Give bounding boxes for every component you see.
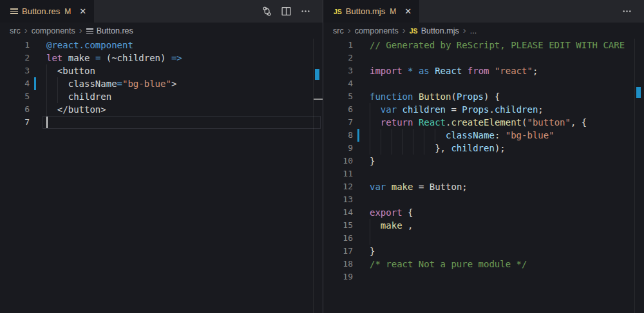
code-line[interactable]: 13 — [323, 193, 644, 206]
code-line[interactable]: 7 return React.createElement("button", { — [323, 116, 644, 129]
scrollbar-overview-ruler[interactable] — [634, 39, 644, 313]
code-line[interactable]: 6 var children = Props.children; — [323, 103, 644, 116]
line-number[interactable]: 17 — [323, 245, 353, 258]
breadcrumb: src › components › Button.res — [0, 23, 323, 39]
line-number[interactable]: 5 — [0, 90, 30, 103]
code-line[interactable]: 5 children — [0, 90, 323, 103]
code-line[interactable]: 7 — [0, 116, 323, 129]
indent-guide — [370, 116, 370, 129]
code-line[interactable]: 18/* react Not a pure module */ — [323, 258, 644, 270]
code-line[interactable]: 12var make = Button; — [323, 180, 644, 193]
rescript-file-icon — [10, 8, 18, 14]
line-number[interactable]: 7 — [323, 116, 353, 129]
chevron-right-icon: › — [348, 25, 351, 35]
code-line[interactable]: 4 className="bg-blue"> — [0, 77, 323, 90]
breadcrumb-src[interactable]: src — [333, 26, 344, 35]
code-token — [413, 66, 418, 76]
indent-guide — [413, 129, 413, 142]
line-number[interactable]: 4 — [0, 77, 30, 90]
code-line[interactable]: 6 </button> — [0, 103, 323, 116]
code-line[interactable]: 3 <button — [0, 64, 323, 77]
code-line[interactable]: 3import * as React from "react"; — [323, 64, 644, 77]
line-number[interactable]: 3 — [0, 64, 30, 77]
code-token — [397, 104, 402, 115]
indent-guide — [424, 142, 424, 155]
line-number[interactable]: 18 — [323, 258, 353, 270]
breadcrumb-components[interactable]: components — [355, 26, 399, 35]
breadcrumb-symbol-path[interactable]: ... — [470, 26, 477, 35]
code-token: let — [46, 53, 62, 63]
line-number[interactable]: 10 — [323, 155, 353, 167]
code-line[interactable]: 19 — [323, 270, 644, 283]
code-token: = — [117, 79, 122, 89]
code-line[interactable]: 1// Generated by ReScript, PLEASE EDIT W… — [323, 39, 644, 52]
gutter: 10 — [323, 155, 370, 167]
git-modified-badge: M — [64, 7, 71, 16]
breadcrumb-file[interactable]: Button.res — [86, 26, 133, 35]
line-number[interactable]: 15 — [323, 219, 353, 232]
more-actions-icon[interactable] — [298, 5, 312, 19]
code-line[interactable]: 17} — [323, 245, 644, 258]
code-token: { — [402, 207, 413, 218]
close-icon[interactable]: ✕ — [404, 7, 412, 15]
line-number[interactable]: 6 — [0, 103, 30, 116]
line-number[interactable]: 2 — [323, 52, 353, 64]
code-line[interactable]: 2let make = (~children) => — [0, 52, 323, 64]
code-token: children — [495, 104, 538, 115]
more-actions-icon[interactable] — [620, 5, 634, 19]
tab-title: Button.res — [22, 6, 60, 16]
javascript-file-icon: JS — [334, 8, 342, 15]
close-icon[interactable]: ✕ — [79, 7, 86, 15]
code-line[interactable]: 14export { — [323, 206, 644, 219]
breadcrumb-components[interactable]: components — [32, 26, 75, 35]
open-changes-icon[interactable] — [260, 5, 274, 19]
code-line[interactable]: 11 — [323, 167, 644, 180]
line-number[interactable]: 9 — [323, 142, 353, 155]
line-number[interactable]: 7 — [0, 116, 30, 129]
line-number[interactable]: 6 — [323, 103, 353, 116]
breadcrumb-src[interactable]: src — [10, 26, 21, 35]
tab-bar-right: JS Button.mjs M ✕ — [323, 0, 644, 23]
code-line[interactable]: 8 className: "bg-blue" — [323, 129, 644, 142]
gutter: 7 — [0, 116, 46, 129]
line-number[interactable]: 1 — [323, 39, 353, 52]
code-token: "bg-blue" — [506, 130, 554, 140]
scrollbar-overview-ruler[interactable] — [313, 39, 323, 313]
line-number[interactable]: 19 — [323, 270, 353, 283]
text-cursor — [46, 117, 48, 128]
code-line[interactable]: 5function Button(Props) { — [323, 90, 644, 103]
split-editor-icon[interactable] — [279, 5, 293, 19]
code-line[interactable]: 4 — [323, 77, 644, 90]
line-number[interactable]: 3 — [323, 64, 353, 77]
indent-guide — [392, 129, 392, 142]
code-token: make — [62, 53, 95, 63]
tab-button-mjs[interactable]: JS Button.mjs M ✕ — [323, 0, 419, 23]
code-token: : — [495, 130, 506, 140]
tab-button-res[interactable]: Button.res M ✕ — [0, 0, 94, 23]
code-line[interactable]: 10} — [323, 155, 644, 167]
gutter: 4 — [0, 77, 46, 90]
line-number[interactable]: 1 — [0, 39, 30, 52]
code-text: // Generated by ReScript, PLEASE EDIT WI… — [370, 39, 644, 52]
chevron-right-icon: › — [24, 25, 28, 35]
line-number[interactable]: 14 — [323, 206, 353, 219]
code-text: }, children); — [370, 142, 644, 155]
line-number[interactable]: 5 — [323, 90, 353, 103]
line-number[interactable]: 12 — [323, 180, 353, 193]
code-line[interactable]: 2 — [323, 52, 644, 64]
code-token: } — [370, 246, 375, 256]
line-number[interactable]: 16 — [323, 232, 353, 245]
code-line[interactable]: 9 }, children); — [323, 142, 644, 155]
line-number[interactable]: 8 — [323, 129, 353, 142]
code-line[interactable]: 16 — [323, 232, 644, 245]
gutter: 16 — [323, 232, 370, 245]
breadcrumb-file[interactable]: JS Button.mjs — [410, 26, 459, 35]
line-number[interactable]: 11 — [323, 167, 353, 180]
line-number[interactable]: 2 — [0, 52, 30, 64]
line-number[interactable]: 4 — [323, 77, 353, 90]
code-token: make — [381, 220, 402, 231]
line-number[interactable]: 13 — [323, 193, 353, 206]
code-line[interactable]: 1@react.component — [0, 39, 323, 52]
code-line[interactable]: 15 make , — [323, 219, 644, 232]
code-token: children — [46, 91, 111, 102]
